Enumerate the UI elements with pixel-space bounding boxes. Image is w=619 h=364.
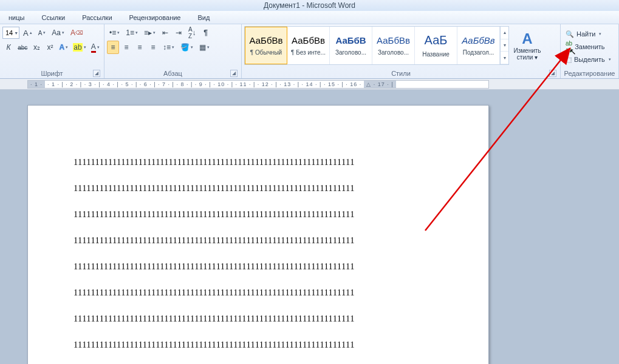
style-title[interactable]: АаБ Название bbox=[415, 27, 457, 64]
cursor-icon: ⬚ bbox=[566, 56, 572, 64]
align-left-button[interactable]: ≡ bbox=[107, 41, 119, 54]
ribbon-tabs: ницы Ссылки Рассылки Рецензирование Вид bbox=[0, 11, 619, 24]
group-paragraph-label: Абзац ◢ bbox=[107, 69, 239, 78]
tab-links[interactable]: Ссылки bbox=[33, 12, 74, 23]
highlight-button[interactable]: ab▾ bbox=[71, 41, 87, 54]
group-editing: 🔍 Найти ▾ abac Заменить ⬚ Выделить ▾ Ред… bbox=[561, 24, 619, 78]
ruler-margin-left: · 1 · bbox=[28, 81, 45, 88]
font-color-button[interactable]: A▾ bbox=[89, 41, 102, 54]
show-marks-button[interactable]: ¶ bbox=[200, 26, 212, 39]
text-line[interactable]: 1111111111111111111111111111111111111111… bbox=[74, 340, 437, 350]
group-editing-label: Редактирование bbox=[563, 69, 616, 78]
align-justify-button[interactable]: ≡ bbox=[147, 41, 159, 54]
text-line[interactable]: 1111111111111111111111111111111111111111… bbox=[74, 157, 437, 167]
sort-button[interactable]: AZ↓ bbox=[186, 26, 199, 39]
tab-pages[interactable]: ницы bbox=[0, 12, 33, 23]
styles-gallery[interactable]: АаБбВв ¶ Обычный АаБбВв ¶ Без инте... Аа… bbox=[244, 26, 509, 65]
numbering-button[interactable]: 1≡▾ bbox=[123, 26, 140, 39]
increase-indent-button[interactable]: ⇥ bbox=[173, 26, 185, 39]
styles-scroll-up[interactable]: ▴ bbox=[501, 27, 508, 39]
tab-mailings[interactable]: Рассылки bbox=[74, 12, 120, 23]
style-heading2[interactable]: АаБбВв Заголово... bbox=[372, 27, 415, 64]
select-button[interactable]: ⬚ Выделить ▾ bbox=[563, 53, 616, 66]
ruler-area: · 1 · · 1 · | · 2 · | · 3 · | · 4 · | · … bbox=[0, 79, 619, 90]
find-button[interactable]: 🔍 Найти ▾ bbox=[563, 28, 616, 40]
borders-button[interactable]: ▦▾ bbox=[197, 41, 212, 54]
subscript-button[interactable]: x₂ bbox=[30, 41, 43, 54]
text-line[interactable]: 1111111111111111111111111111111111111111… bbox=[74, 183, 437, 194]
align-right-button[interactable]: ≡ bbox=[134, 41, 146, 54]
horizontal-ruler[interactable]: · 1 · · 1 · | · 2 · | · 3 · | · 4 · | · … bbox=[27, 80, 489, 89]
style-subtitle[interactable]: АаБбВв Подзагол... bbox=[457, 27, 500, 64]
multilevel-button[interactable]: ≡▸▾ bbox=[142, 26, 158, 39]
change-case-button[interactable]: Aa▾ bbox=[49, 26, 67, 39]
decrease-indent-button[interactable]: ⇤ bbox=[159, 26, 171, 39]
italic-button[interactable]: К bbox=[2, 41, 15, 54]
page[interactable]: 1111111111111111111111111111111111111111… bbox=[27, 105, 489, 364]
style-normal[interactable]: АаБбВв ¶ Обычный bbox=[245, 27, 287, 64]
group-font: 14▼ A▴ A▾ Aa▾ A⌫ К abc x₂ x² A▾ ab▾ A▾ Ш… bbox=[0, 24, 104, 78]
binoculars-icon: 🔍 bbox=[566, 30, 574, 38]
ribbon: 14▼ A▴ A▾ Aa▾ A⌫ К abc x₂ x² A▾ ab▾ A▾ Ш… bbox=[0, 24, 619, 79]
shading-button[interactable]: 🪣▾ bbox=[178, 41, 196, 54]
change-styles-icon: A bbox=[522, 30, 532, 47]
replace-icon: abac bbox=[566, 40, 572, 53]
replace-button[interactable]: abac Заменить bbox=[563, 41, 616, 53]
text-line[interactable]: 1111111111111111111111111111111111111111… bbox=[74, 314, 437, 324]
strike-button[interactable]: abc bbox=[16, 41, 29, 54]
group-font-label: Шрифт ◢ bbox=[2, 69, 101, 78]
group-styles-label: Стили ◢ bbox=[244, 69, 558, 78]
clear-format-button[interactable]: A⌫ bbox=[68, 26, 86, 39]
text-line[interactable]: 1111111111111111111111111111111111111111… bbox=[74, 261, 437, 272]
tab-view[interactable]: Вид bbox=[190, 12, 219, 23]
style-no-spacing[interactable]: АаБбВв ¶ Без инте... bbox=[287, 27, 330, 64]
styles-scroll[interactable]: ▴ ▾ ▾ bbox=[500, 27, 508, 64]
window-title: Документ1 - Microsoft Word bbox=[264, 1, 355, 10]
change-styles-button[interactable]: A Изменитьстили ▾ bbox=[511, 26, 543, 65]
styles-launcher[interactable]: ◢ bbox=[549, 70, 556, 77]
shrink-font-button[interactable]: A▾ bbox=[36, 26, 49, 39]
style-heading1[interactable]: АаБбВ Заголово... bbox=[330, 27, 372, 64]
styles-scroll-down[interactable]: ▾ bbox=[501, 39, 508, 52]
ruler-margin-right: △ · 17 · | bbox=[364, 81, 395, 88]
text-line[interactable]: 1111111111111111111111111111111111111111… bbox=[74, 235, 437, 246]
bullets-button[interactable]: •≡▾ bbox=[107, 26, 122, 39]
text-line[interactable]: 1111111111111111111111111111111111111111… bbox=[74, 288, 437, 298]
title-bar: Документ1 - Microsoft Word bbox=[0, 0, 619, 11]
styles-scroll-more[interactable]: ▾ bbox=[501, 52, 508, 64]
group-styles: АаБбВв ¶ Обычный АаБбВв ¶ Без инте... Аа… bbox=[242, 24, 561, 78]
ruler-scale: · 1 · | · 2 · | · 3 · | · 4 · | · 5 · | … bbox=[45, 81, 364, 87]
paragraph-launcher[interactable]: ◢ bbox=[230, 70, 238, 77]
tab-review[interactable]: Рецензирование bbox=[121, 12, 190, 23]
font-size-combo[interactable]: 14▼ bbox=[2, 27, 19, 39]
align-center-button[interactable]: ≡ bbox=[120, 41, 132, 54]
document-area: 1111111111111111111111111111111111111111… bbox=[0, 90, 619, 364]
font-size-value: 14 bbox=[5, 29, 13, 36]
font-launcher[interactable]: ◢ bbox=[93, 70, 100, 77]
text-effects-button[interactable]: A▾ bbox=[57, 41, 70, 54]
group-paragraph: •≡▾ 1≡▾ ≡▸▾ ⇤ ⇥ AZ↓ ¶ ≡ ≡ ≡ ≡ ↕≡▾ 🪣▾ ▦▾ … bbox=[104, 24, 242, 78]
superscript-button[interactable]: x² bbox=[44, 41, 56, 54]
grow-font-button[interactable]: A▴ bbox=[21, 26, 35, 39]
line-spacing-button[interactable]: ↕≡▾ bbox=[160, 41, 177, 54]
text-line[interactable]: 1111111111111111111111111111111111111111… bbox=[74, 209, 437, 220]
